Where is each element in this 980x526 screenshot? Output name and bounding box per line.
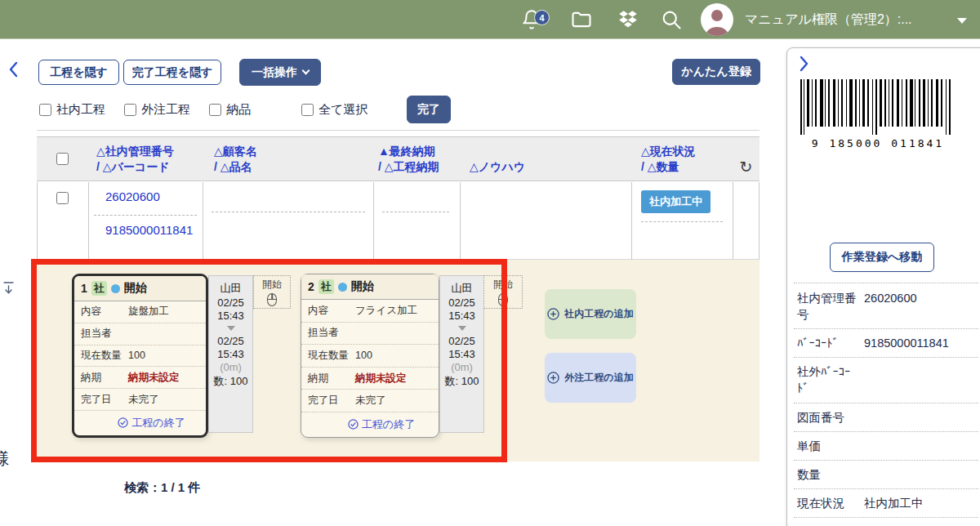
filter-internal-process[interactable]: 社内工程	[39, 102, 105, 118]
easy-register-button[interactable]: かんたん登録	[672, 59, 760, 85]
field-value: 未完了	[355, 394, 386, 408]
start-label: 開始	[493, 278, 513, 292]
field-drawing-no: 図面番号	[794, 403, 978, 432]
filter-select-all[interactable]: 全て選択	[301, 102, 368, 118]
account-menu-label[interactable]: マニュアル権限（管理2）:...	[745, 0, 912, 39]
notification-bell-icon[interactable]: 4	[521, 0, 542, 39]
dashed-separator	[641, 221, 723, 222]
process-number: 2	[308, 280, 314, 293]
filter-external-checkbox[interactable]	[124, 104, 136, 116]
field-quantity: 数量	[794, 461, 978, 489]
search-result-count: 検索：1 / 1 件	[124, 480, 200, 496]
start-time: 15:43	[448, 310, 475, 322]
due-date-alert: 納期未設定	[128, 371, 180, 385]
barcode-link[interactable]: 9185000011841	[105, 220, 197, 240]
plus-circle-icon	[547, 372, 559, 384]
user-avatar[interactable]	[701, 3, 733, 36]
col-header-customer[interactable]: △顧客名 / △品名	[203, 137, 373, 181]
field-label: 内容	[81, 305, 125, 319]
end-date: 02/25	[448, 335, 475, 347]
dashed-separator	[212, 212, 365, 212]
manage-no-link[interactable]: 26020600	[105, 189, 160, 203]
internal-tag: 社	[318, 279, 334, 294]
field-label: 納期	[308, 372, 352, 386]
search-icon[interactable]	[660, 0, 683, 39]
table-row: 26020600 9185000011841 社内加工中	[37, 182, 760, 260]
col-header-status[interactable]: △現在状況 / △数量	[631, 137, 733, 181]
add-internal-process-button[interactable]: 社内工程の追加	[545, 289, 636, 339]
field-label: 現在数量	[81, 349, 125, 363]
field-manage-no: 社内管理番号 26020600	[794, 284, 978, 329]
start-time: 15:43	[217, 310, 244, 322]
field-label: 納期	[81, 371, 125, 385]
end-time: 15:43	[448, 348, 475, 360]
filter-external-label: 外注工程	[141, 102, 190, 118]
filter-delivery-checkbox[interactable]	[209, 104, 221, 116]
dropbox-icon[interactable]	[617, 0, 639, 39]
bulk-action-button[interactable]: 一括操作	[239, 59, 321, 86]
plus-circle-icon	[547, 308, 559, 320]
internal-tag: 社	[91, 281, 107, 296]
status-dot-icon	[338, 283, 347, 292]
row-select-checkbox[interactable]	[56, 192, 69, 204]
chevron-down-icon	[302, 67, 310, 75]
arrow-down-icon	[227, 326, 235, 331]
done-button[interactable]: 完了	[407, 96, 451, 123]
status-badge: 社内加工中	[641, 190, 710, 213]
select-all-checkbox[interactable]	[301, 104, 314, 116]
dotted-separator	[794, 283, 978, 283]
person-name: 山田	[220, 281, 242, 296]
scroll-to-bottom-icon[interactable]	[2, 281, 15, 298]
check-circle-icon	[348, 419, 359, 430]
process-number: 1	[81, 282, 87, 295]
add-external-label: 外注工程の追加	[564, 371, 633, 385]
time-panel-1: 山田 02/25 15:43 02/25 15:43 (0m) 数: 100	[208, 275, 253, 433]
process-status: 開始	[124, 281, 147, 296]
end-process-label: 工程の終了	[362, 417, 415, 432]
field-value: フライス加工	[355, 304, 417, 318]
field-value: 100	[355, 350, 372, 361]
select-all-label: 全て選択	[318, 102, 368, 118]
end-time: 15:43	[217, 348, 244, 360]
field-label: 現在数量	[308, 349, 352, 363]
arrow-down-icon	[458, 326, 466, 331]
col-header-knowhow[interactable]: △ノウハウ	[460, 137, 631, 181]
end-process-link-1[interactable]: 工程の終了	[74, 411, 206, 435]
field-value: 未完了	[128, 393, 159, 407]
app-screen: 4 マニュアル権限（管理2）:... 工程を隠す 完了工程を隠す 一括操作 かん…	[0, 0, 980, 526]
refresh-icon[interactable]: ↻	[733, 137, 760, 181]
hide-process-button[interactable]: 工程を隠す	[38, 60, 119, 85]
status-dot-icon	[111, 284, 120, 293]
process-card-1[interactable]: 1 社 開始 内容旋盤加工 担当者 現在数量100 納期納期未設定 完了日未完了…	[72, 274, 208, 438]
barcode-digits: 9 185000 011841	[794, 137, 962, 149]
start-button-2[interactable]: 開始	[483, 275, 523, 309]
field-unit-price: 単価	[794, 432, 978, 461]
back-chevron-icon[interactable]	[7, 60, 21, 82]
start-button-1[interactable]: 開始	[253, 275, 291, 309]
process-card-2[interactable]: 2 社 開始 内容フライス加工 担当者 現在数量100 納期納期未設定 完了日未…	[301, 274, 439, 438]
end-process-link-2[interactable]: 工程の終了	[301, 412, 439, 437]
filter-internal-label: 社内工程	[56, 102, 105, 118]
folder-icon[interactable]	[570, 0, 593, 39]
add-external-process-button[interactable]: 外注工程の追加	[545, 353, 636, 403]
start-label: 開始	[262, 278, 282, 292]
filter-external-process[interactable]: 外注工程	[124, 102, 190, 118]
filter-delivery[interactable]: 納品	[209, 102, 251, 118]
col-header-due-date[interactable]: ▲最終納期 / △工程納期	[373, 137, 460, 181]
field-label: 担当者	[308, 326, 352, 340]
start-date: 02/25	[448, 296, 475, 309]
move-to-work-register-button[interactable]: 作業登録へ移動	[830, 243, 934, 272]
field-label: 完了日	[308, 394, 352, 408]
col-header-manage-no[interactable]: △社内管理番号 / △バーコード	[88, 137, 203, 181]
account-menu-caret-icon[interactable]	[957, 18, 967, 24]
header-select-checkbox[interactable]	[56, 153, 69, 165]
hide-completed-button[interactable]: 完了工程を隠す	[123, 60, 221, 85]
end-date: 02/25	[217, 335, 244, 347]
duration: (0m)	[451, 361, 473, 373]
collapse-sidebar-chevron-icon[interactable]	[796, 55, 811, 76]
notification-count-badge: 4	[534, 10, 550, 25]
person-name: 山田	[452, 281, 473, 296]
dashed-separator	[94, 215, 197, 216]
filter-internal-checkbox[interactable]	[39, 104, 51, 116]
due-date-alert: 納期未設定	[355, 372, 407, 386]
